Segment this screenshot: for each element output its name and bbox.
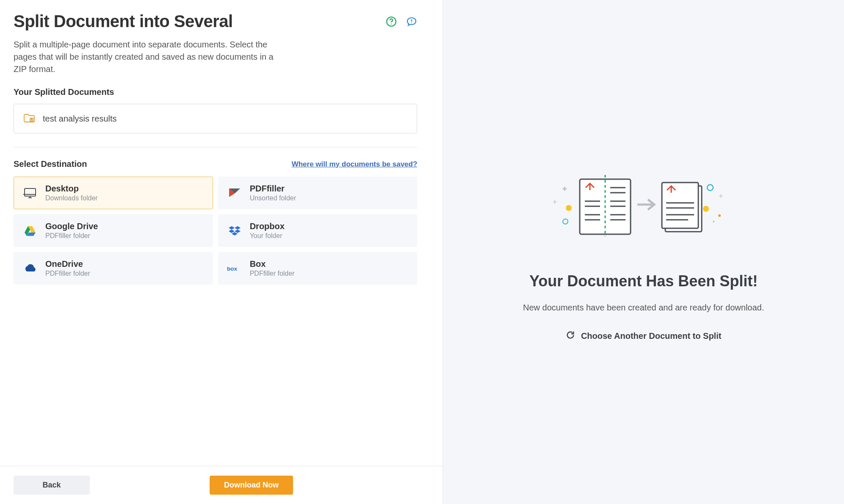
- destination-dropbox[interactable]: Dropbox Your folder: [218, 214, 418, 247]
- svg-text:+: +: [719, 192, 723, 200]
- back-button[interactable]: Back: [14, 476, 90, 495]
- desktop-icon: [22, 186, 38, 201]
- feedback-icon[interactable]: [406, 16, 417, 27]
- svg-text:+: +: [553, 198, 557, 206]
- document-row: test analysis results: [14, 104, 417, 133]
- page-description: Split a multiple-page document into sepa…: [14, 39, 285, 75]
- svg-point-45: [703, 206, 709, 212]
- onedrive-icon: [22, 261, 38, 276]
- svg-point-23: [563, 219, 568, 224]
- destination-onedrive[interactable]: OneDrive PDFfiller folder: [14, 252, 213, 285]
- destination-subtitle: Unsorted folder: [250, 194, 296, 202]
- download-button[interactable]: Download Now: [210, 476, 293, 495]
- svg-marker-14: [229, 226, 235, 230]
- svg-point-46: [718, 214, 721, 217]
- destination-subtitle: PDFfiller folder: [250, 270, 295, 277]
- svg-point-3: [411, 22, 412, 23]
- svg-marker-15: [235, 226, 241, 230]
- destination-title: OneDrive: [45, 259, 90, 269]
- choose-another-label: Choose Another Document to Split: [581, 331, 721, 341]
- result-subtitle: New documents have been created and are …: [523, 303, 764, 313]
- destination-title: Box: [250, 259, 295, 269]
- google-drive-icon: [22, 223, 38, 238]
- svg-text:box: box: [227, 265, 237, 271]
- dropbox-icon: [227, 223, 242, 238]
- svg-point-1: [391, 23, 392, 24]
- svg-marker-16: [229, 230, 235, 233]
- svg-marker-17: [235, 230, 241, 233]
- header-icons: [386, 16, 417, 27]
- footer: Back Download Now: [0, 466, 443, 504]
- document-name: test analysis results: [43, 114, 117, 124]
- svg-point-47: [713, 221, 714, 222]
- page-title: Split Document into Several: [14, 12, 233, 31]
- destination-title: Desktop: [45, 184, 98, 194]
- destination-desktop[interactable]: Desktop Downloads folder: [14, 177, 213, 209]
- choose-another-button[interactable]: Choose Another Document to Split: [566, 330, 721, 342]
- svg-text:✦: ✦: [561, 184, 568, 194]
- svg-point-22: [566, 205, 572, 211]
- destination-subtitle: Downloads folder: [45, 194, 98, 202]
- destination-google-drive[interactable]: Google Drive PDFfiller folder: [14, 214, 213, 247]
- divider: [14, 147, 417, 147]
- destination-box[interactable]: box Box PDFfiller folder: [218, 252, 418, 285]
- svg-rect-5: [25, 188, 36, 196]
- destination-pdffiller[interactable]: PDFfiller Unsorted folder: [218, 177, 418, 209]
- result-title: Your Document Has Been Split!: [523, 272, 764, 290]
- splitted-label: Your Splitted Documents: [14, 87, 417, 97]
- help-icon[interactable]: [386, 16, 397, 27]
- refresh-icon: [566, 330, 575, 342]
- svg-marker-18: [232, 232, 238, 235]
- svg-point-43: [707, 185, 713, 191]
- folder-zip-icon: [23, 113, 35, 125]
- destination-help-link[interactable]: Where will my documents be saved?: [292, 160, 418, 169]
- split-illustration: ✦ +: [523, 162, 764, 247]
- destination-label: Select Destination: [14, 159, 87, 169]
- destination-title: Dropbox: [250, 222, 285, 231]
- destination-subtitle: PDFfiller folder: [45, 232, 98, 240]
- box-icon: box: [227, 261, 242, 276]
- destination-title: PDFfiller: [250, 184, 296, 194]
- pdffiller-icon: [227, 186, 242, 201]
- destination-subtitle: PDFfiller folder: [45, 270, 90, 277]
- destination-subtitle: Your folder: [250, 232, 285, 240]
- destination-title: Google Drive: [45, 222, 98, 231]
